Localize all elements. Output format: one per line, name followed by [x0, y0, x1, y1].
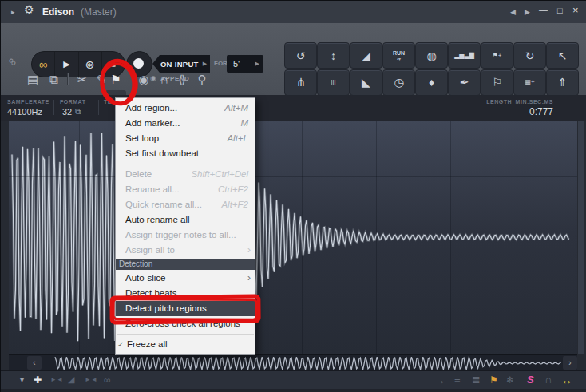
marker-list-icon[interactable]: ≣	[472, 370, 481, 389]
duration-dropdown[interactable]: 5' ▶	[227, 55, 263, 73]
time-stretch-button[interactable]: ◷	[382, 69, 415, 96]
zoom-magnifier-button[interactable]: ⚲	[192, 71, 212, 89]
menu-item-detect-beats[interactable]: Detect beats	[116, 286, 255, 301]
scissors-button[interactable]: ✂	[73, 71, 92, 89]
save-new-button[interactable]: ▦+	[513, 69, 546, 96]
for-label: FOR	[214, 60, 228, 67]
slide-s-icon[interactable]: S	[527, 370, 534, 389]
menu-item-freeze-all[interactable]: Freeze all✓	[116, 337, 255, 352]
waveform-editor[interactable]	[9, 121, 577, 354]
samplerate-label: SAMPLERATE	[7, 99, 49, 105]
marker-select-left-icon[interactable]: ►◄	[50, 370, 63, 389]
marker-select-right-icon[interactable]: ►◄	[85, 370, 97, 389]
menu-item-set-loop[interactable]: Set loopAlt+L	[116, 131, 255, 146]
snap-tool-icon[interactable]: ✚	[34, 370, 42, 389]
menu-section-detection: Detection	[116, 259, 255, 270]
format-value: 32	[62, 107, 72, 117]
grid-line	[525, 121, 525, 354]
grid-line	[9, 176, 577, 177]
record-mode-dropdown[interactable]: ON INPUT ▶	[152, 55, 210, 73]
samplerate-value: 44100Hz	[7, 107, 42, 117]
send-arrow-icon[interactable]: →	[434, 370, 445, 389]
close-button[interactable]: ×	[572, 6, 579, 14]
main-waveform	[9, 121, 577, 354]
link-slope-icon[interactable]: ∞	[104, 370, 111, 389]
resample-button[interactable]: ↻	[513, 42, 546, 69]
grid-line	[302, 121, 303, 354]
fade-out-button[interactable]: ◣	[350, 69, 382, 96]
menu-item-delete: DeleteShift+Ctrl+Del	[116, 167, 255, 182]
menu-item-add-marker[interactable]: Add marker...M	[116, 116, 255, 131]
magnet-icon[interactable]: ∩	[544, 370, 552, 389]
check-icon: ✓	[117, 337, 124, 352]
save-button[interactable]: ▤	[23, 71, 42, 89]
select-cursor-button[interactable]: ↖	[546, 42, 579, 69]
window-title: Edison	[42, 6, 74, 18]
dropdown-arrow-icon: ▶	[255, 61, 259, 67]
grid-line	[79, 121, 80, 354]
view-mode-eye-button[interactable]: ◉	[134, 71, 153, 89]
menu-item-add-region[interactable]: Add region...Alt+M	[116, 101, 255, 116]
info-bar: LENGTH MIN:SEC:MS 0:777 SAMPLERATE44100H…	[1, 95, 586, 121]
record-mode-label: ON INPUT	[156, 60, 199, 69]
gear-icon[interactable]: ⚙	[24, 6, 34, 14]
tube-amp-button[interactable]: ◍	[415, 42, 448, 69]
claw-grab-button[interactable]: ⋔	[284, 69, 317, 96]
grid-line	[376, 121, 377, 354]
eq-analyze-button[interactable]: ▂▅▃▇	[448, 42, 481, 69]
grid-line	[450, 121, 451, 354]
menu-item-auto-rename-all[interactable]: Auto rename all	[116, 212, 255, 228]
expand-arrow-icon[interactable]: ▸	[11, 8, 15, 17]
brush-button[interactable]: ✒	[448, 69, 481, 96]
right-scroll-strip[interactable]	[578, 121, 584, 354]
declick-button[interactable]: |||	[317, 69, 350, 96]
region-file-button[interactable]: ⚐	[481, 69, 513, 96]
options-menu-button[interactable]: ▾	[20, 370, 24, 389]
select-brackets-button[interactable]: ⟨⟩	[172, 71, 191, 89]
window-bottom-frame	[1, 389, 586, 392]
nav-right-icon[interactable]: ▶	[525, 8, 530, 17]
info-separator	[98, 100, 99, 115]
menu-item-auto-slice[interactable]: Auto-slice›	[116, 271, 255, 286]
menu-separator	[117, 334, 254, 335]
tempo-value: -	[105, 107, 108, 117]
menu-item-assign-all-to: Assign all to›	[116, 243, 255, 258]
edison-window: ▸ ⚙ Edison (Master) ◀ ▶ — □ × ∞ ∞▶⊛■ ON …	[0, 0, 586, 392]
maximize-button[interactable]: □	[557, 6, 563, 15]
menu-item-set-first-downbeat[interactable]: Set first downbeat	[116, 146, 255, 161]
menu-item-assign-trigger-notes-to-all: Assign trigger notes to all...	[116, 228, 255, 243]
marker-flag-button[interactable]: ⚑	[106, 71, 125, 89]
fade-in-button[interactable]: ◢	[350, 42, 382, 69]
submenu-arrow-icon: ›	[247, 271, 251, 286]
run-script-button[interactable]: RUN▪▾	[382, 42, 415, 69]
turn-phase-button[interactable]: ↺	[284, 42, 317, 69]
menu-item-quick-rename-all: Quick rename all...Alt+F2	[116, 197, 255, 212]
freeze-snowflake-icon[interactable]: ❄	[506, 370, 514, 389]
region-list-icon[interactable]: ≡	[454, 370, 461, 389]
fade-wedge-icon[interactable]: ◢	[68, 370, 74, 389]
menu-item-zero-cross-check-all-regions[interactable]: Zero-cross check all regions	[116, 316, 255, 331]
info-separator	[53, 100, 54, 115]
link-icon[interactable]: ∞	[6, 54, 20, 69]
normalize-button[interactable]: ↕	[317, 42, 350, 69]
loop-arrows-icon[interactable]: ↔	[561, 370, 572, 389]
toolbar-separator	[67, 73, 68, 85]
nav-left-icon[interactable]: ◀	[510, 8, 516, 17]
add-region-tool-button[interactable]: ⚑+	[481, 42, 513, 69]
length-label: LENGTH	[486, 99, 512, 105]
marker-flag-icon[interactable]: ⚑	[489, 370, 498, 389]
send-to-playlist-button[interactable]: ⇑	[546, 69, 579, 96]
waveform-overview[interactable]: ‹ ›	[9, 354, 577, 371]
window-subtitle: (Master)	[81, 6, 117, 18]
menu-item-rename-all: Rename all...Ctrl+F2	[116, 182, 255, 197]
title-bar: ▸ ⚙ Edison (Master) ◀ ▶ — □ ×	[1, 1, 586, 24]
duration-value: 5'	[233, 59, 255, 69]
menu-item-detect-pitch-regions[interactable]: Detect pitch regions	[116, 301, 255, 316]
marker-context-menu: Add region...Alt+MAdd marker...MSet loop…	[115, 97, 255, 355]
clipboard-icon[interactable]: ⧉	[75, 107, 81, 117]
minimize-button[interactable]: —	[539, 6, 548, 14]
blur-drop-button[interactable]: ♦	[415, 69, 448, 96]
format-label: FORMAT	[60, 99, 85, 105]
copy-button[interactable]: ⧉	[44, 71, 63, 89]
submenu-arrow-icon: ›	[247, 243, 251, 258]
